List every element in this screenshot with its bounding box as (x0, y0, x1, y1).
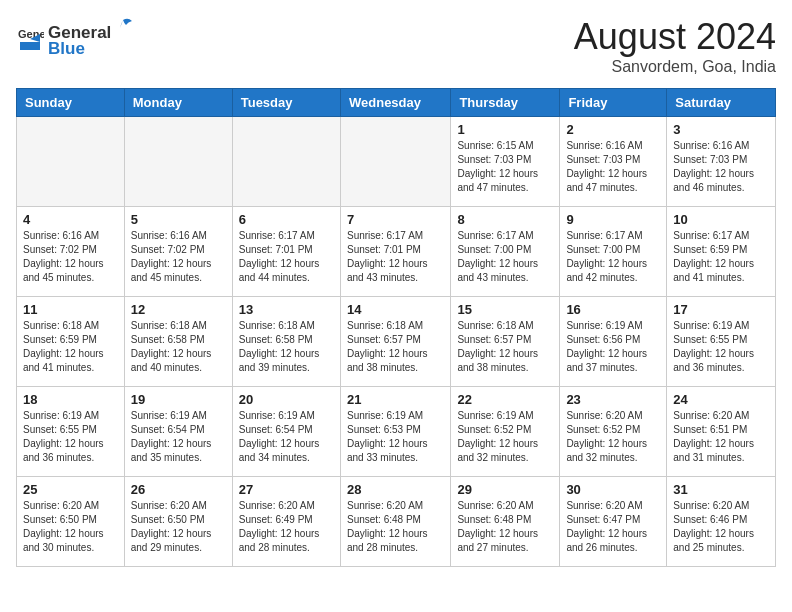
svg-marker-1 (20, 42, 40, 50)
day-info: Sunrise: 6:19 AM Sunset: 6:56 PM Dayligh… (566, 319, 660, 375)
calendar-table: SundayMondayTuesdayWednesdayThursdayFrid… (16, 88, 776, 567)
day-info: Sunrise: 6:17 AM Sunset: 7:00 PM Dayligh… (566, 229, 660, 285)
weekday-header-tuesday: Tuesday (232, 89, 340, 117)
day-number: 17 (673, 302, 769, 317)
day-info: Sunrise: 6:20 AM Sunset: 6:50 PM Dayligh… (131, 499, 226, 555)
calendar-week-row: 11Sunrise: 6:18 AM Sunset: 6:59 PM Dayli… (17, 297, 776, 387)
day-number: 23 (566, 392, 660, 407)
day-info: Sunrise: 6:20 AM Sunset: 6:48 PM Dayligh… (457, 499, 553, 555)
day-info: Sunrise: 6:19 AM Sunset: 6:54 PM Dayligh… (239, 409, 334, 465)
calendar-cell: 22Sunrise: 6:19 AM Sunset: 6:52 PM Dayli… (451, 387, 560, 477)
day-info: Sunrise: 6:17 AM Sunset: 7:01 PM Dayligh… (347, 229, 444, 285)
calendar-cell: 19Sunrise: 6:19 AM Sunset: 6:54 PM Dayli… (124, 387, 232, 477)
day-number: 29 (457, 482, 553, 497)
weekday-header-saturday: Saturday (667, 89, 776, 117)
day-info: Sunrise: 6:16 AM Sunset: 7:03 PM Dayligh… (566, 139, 660, 195)
title-block: August 2024 Sanvordem, Goa, India (574, 16, 776, 76)
weekday-header-friday: Friday (560, 89, 667, 117)
calendar-cell: 16Sunrise: 6:19 AM Sunset: 6:56 PM Dayli… (560, 297, 667, 387)
calendar-cell: 11Sunrise: 6:18 AM Sunset: 6:59 PM Dayli… (17, 297, 125, 387)
day-info: Sunrise: 6:19 AM Sunset: 6:52 PM Dayligh… (457, 409, 553, 465)
day-info: Sunrise: 6:18 AM Sunset: 6:57 PM Dayligh… (457, 319, 553, 375)
day-info: Sunrise: 6:16 AM Sunset: 7:02 PM Dayligh… (131, 229, 226, 285)
day-info: Sunrise: 6:16 AM Sunset: 7:02 PM Dayligh… (23, 229, 118, 285)
day-info: Sunrise: 6:19 AM Sunset: 6:55 PM Dayligh… (23, 409, 118, 465)
day-info: Sunrise: 6:20 AM Sunset: 6:51 PM Dayligh… (673, 409, 769, 465)
day-number: 31 (673, 482, 769, 497)
day-number: 9 (566, 212, 660, 227)
calendar-cell (17, 117, 125, 207)
calendar-cell: 12Sunrise: 6:18 AM Sunset: 6:58 PM Dayli… (124, 297, 232, 387)
day-info: Sunrise: 6:20 AM Sunset: 6:47 PM Dayligh… (566, 499, 660, 555)
calendar-cell: 30Sunrise: 6:20 AM Sunset: 6:47 PM Dayli… (560, 477, 667, 567)
day-info: Sunrise: 6:18 AM Sunset: 6:58 PM Dayligh… (239, 319, 334, 375)
calendar-week-row: 18Sunrise: 6:19 AM Sunset: 6:55 PM Dayli… (17, 387, 776, 477)
day-info: Sunrise: 6:17 AM Sunset: 6:59 PM Dayligh… (673, 229, 769, 285)
page-header: General General Blue August 2024 Sanvord… (16, 16, 776, 76)
location-subtitle: Sanvordem, Goa, India (574, 58, 776, 76)
logo-icon: General (16, 24, 44, 52)
day-number: 13 (239, 302, 334, 317)
logo: General General Blue (16, 16, 135, 59)
day-number: 20 (239, 392, 334, 407)
day-info: Sunrise: 6:20 AM Sunset: 6:46 PM Dayligh… (673, 499, 769, 555)
day-number: 30 (566, 482, 660, 497)
day-info: Sunrise: 6:15 AM Sunset: 7:03 PM Dayligh… (457, 139, 553, 195)
calendar-cell: 18Sunrise: 6:19 AM Sunset: 6:55 PM Dayli… (17, 387, 125, 477)
calendar-cell: 6Sunrise: 6:17 AM Sunset: 7:01 PM Daylig… (232, 207, 340, 297)
day-info: Sunrise: 6:20 AM Sunset: 6:50 PM Dayligh… (23, 499, 118, 555)
day-info: Sunrise: 6:16 AM Sunset: 7:03 PM Dayligh… (673, 139, 769, 195)
calendar-week-row: 4Sunrise: 6:16 AM Sunset: 7:02 PM Daylig… (17, 207, 776, 297)
day-number: 16 (566, 302, 660, 317)
day-info: Sunrise: 6:20 AM Sunset: 6:48 PM Dayligh… (347, 499, 444, 555)
calendar-cell: 31Sunrise: 6:20 AM Sunset: 6:46 PM Dayli… (667, 477, 776, 567)
day-info: Sunrise: 6:17 AM Sunset: 7:00 PM Dayligh… (457, 229, 553, 285)
calendar-week-row: 1Sunrise: 6:15 AM Sunset: 7:03 PM Daylig… (17, 117, 776, 207)
calendar-cell: 17Sunrise: 6:19 AM Sunset: 6:55 PM Dayli… (667, 297, 776, 387)
calendar-cell: 24Sunrise: 6:20 AM Sunset: 6:51 PM Dayli… (667, 387, 776, 477)
day-info: Sunrise: 6:20 AM Sunset: 6:49 PM Dayligh… (239, 499, 334, 555)
day-number: 19 (131, 392, 226, 407)
calendar-cell: 21Sunrise: 6:19 AM Sunset: 6:53 PM Dayli… (340, 387, 450, 477)
weekday-header-row: SundayMondayTuesdayWednesdayThursdayFrid… (17, 89, 776, 117)
day-number: 6 (239, 212, 334, 227)
calendar-cell: 27Sunrise: 6:20 AM Sunset: 6:49 PM Dayli… (232, 477, 340, 567)
logo-bird-icon (112, 16, 134, 38)
day-number: 22 (457, 392, 553, 407)
calendar-cell: 7Sunrise: 6:17 AM Sunset: 7:01 PM Daylig… (340, 207, 450, 297)
calendar-cell: 28Sunrise: 6:20 AM Sunset: 6:48 PM Dayli… (340, 477, 450, 567)
day-number: 12 (131, 302, 226, 317)
calendar-cell: 29Sunrise: 6:20 AM Sunset: 6:48 PM Dayli… (451, 477, 560, 567)
day-number: 18 (23, 392, 118, 407)
weekday-header-sunday: Sunday (17, 89, 125, 117)
day-info: Sunrise: 6:18 AM Sunset: 6:59 PM Dayligh… (23, 319, 118, 375)
day-info: Sunrise: 6:19 AM Sunset: 6:53 PM Dayligh… (347, 409, 444, 465)
weekday-header-thursday: Thursday (451, 89, 560, 117)
day-number: 26 (131, 482, 226, 497)
calendar-cell: 9Sunrise: 6:17 AM Sunset: 7:00 PM Daylig… (560, 207, 667, 297)
weekday-header-wednesday: Wednesday (340, 89, 450, 117)
day-info: Sunrise: 6:17 AM Sunset: 7:01 PM Dayligh… (239, 229, 334, 285)
calendar-cell: 13Sunrise: 6:18 AM Sunset: 6:58 PM Dayli… (232, 297, 340, 387)
calendar-cell: 20Sunrise: 6:19 AM Sunset: 6:54 PM Dayli… (232, 387, 340, 477)
calendar-cell: 23Sunrise: 6:20 AM Sunset: 6:52 PM Dayli… (560, 387, 667, 477)
day-number: 21 (347, 392, 444, 407)
day-number: 7 (347, 212, 444, 227)
calendar-cell: 8Sunrise: 6:17 AM Sunset: 7:00 PM Daylig… (451, 207, 560, 297)
day-number: 10 (673, 212, 769, 227)
day-number: 8 (457, 212, 553, 227)
day-number: 4 (23, 212, 118, 227)
calendar-cell (232, 117, 340, 207)
day-number: 11 (23, 302, 118, 317)
calendar-week-row: 25Sunrise: 6:20 AM Sunset: 6:50 PM Dayli… (17, 477, 776, 567)
calendar-cell: 5Sunrise: 6:16 AM Sunset: 7:02 PM Daylig… (124, 207, 232, 297)
calendar-cell: 3Sunrise: 6:16 AM Sunset: 7:03 PM Daylig… (667, 117, 776, 207)
calendar-cell: 26Sunrise: 6:20 AM Sunset: 6:50 PM Dayli… (124, 477, 232, 567)
day-number: 1 (457, 122, 553, 137)
day-number: 24 (673, 392, 769, 407)
svg-text:General: General (18, 28, 44, 40)
day-number: 14 (347, 302, 444, 317)
month-year-title: August 2024 (574, 16, 776, 58)
day-number: 3 (673, 122, 769, 137)
day-number: 27 (239, 482, 334, 497)
